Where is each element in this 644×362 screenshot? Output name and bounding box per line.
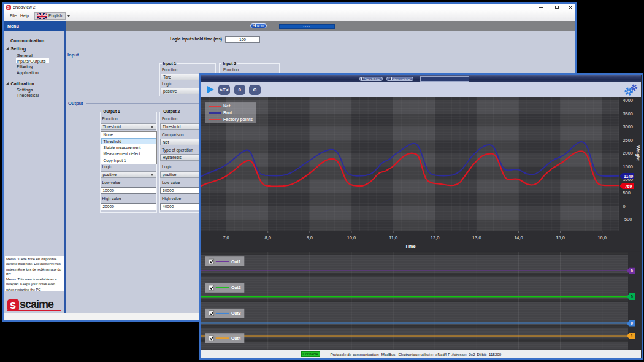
svg-text:0: 0	[631, 269, 633, 273]
svg-text:Out1: Out1	[231, 260, 241, 264]
svg-text:2000: 2000	[623, 150, 632, 156]
svg-text:12,0: 12,0	[431, 235, 439, 241]
svg-text:7,0: 7,0	[223, 235, 229, 241]
svg-text:14,0: 14,0	[514, 235, 523, 241]
svg-text:1: 1	[631, 334, 633, 338]
svg-text:11,0: 11,0	[389, 235, 397, 241]
svg-text:1140: 1140	[623, 174, 632, 179]
svg-text:Time: Time	[405, 244, 415, 249]
svg-text:9,0: 9,0	[306, 235, 312, 241]
svg-text:769: 769	[624, 184, 632, 188]
svg-text:3500: 3500	[623, 111, 632, 117]
svg-text:Weight: Weight	[635, 145, 640, 161]
svg-text:0: 0	[623, 204, 625, 209]
svg-text:-500: -500	[623, 217, 632, 222]
svg-text:16,0: 16,0	[597, 235, 606, 241]
svg-text:0: 0	[631, 295, 633, 299]
svg-text:13,0: 13,0	[472, 235, 481, 241]
svg-text:4000: 4000	[623, 98, 632, 103]
svg-text:Out2: Out2	[231, 285, 241, 290]
svg-text:Brut: Brut	[223, 110, 232, 115]
svg-text:10,0: 10,0	[347, 235, 355, 241]
svg-text:500: 500	[623, 190, 630, 196]
svg-text:8,0: 8,0	[264, 235, 270, 241]
svg-text:2500: 2500	[623, 137, 632, 143]
svg-text:15,0: 15,0	[556, 235, 564, 241]
svg-text:Factory points: Factory points	[223, 117, 253, 122]
svg-text:Out4: Out4	[231, 336, 241, 341]
svg-text:0: 0	[631, 321, 633, 325]
svg-text:Out3: Out3	[231, 311, 241, 315]
svg-text:1500: 1500	[623, 164, 632, 169]
svg-text:3000: 3000	[623, 124, 632, 129]
svg-text:Net: Net	[223, 104, 231, 108]
